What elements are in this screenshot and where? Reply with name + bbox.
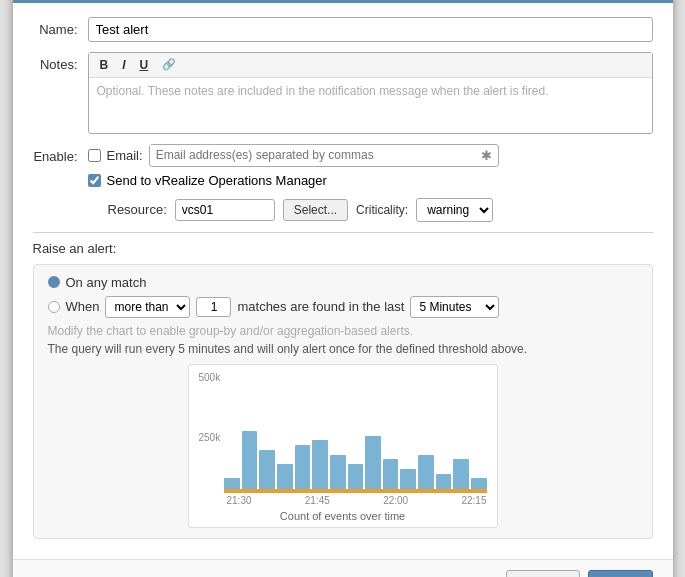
name-label: Name: xyxy=(33,17,88,37)
chart-bar-5 xyxy=(312,440,328,492)
chart-area: 500k 250k xyxy=(199,373,487,493)
on-any-match-label: On any match xyxy=(66,275,147,290)
orange-line xyxy=(224,489,486,493)
divider xyxy=(33,232,653,233)
when-radio[interactable] xyxy=(48,301,60,313)
criticality-label: Criticality: xyxy=(356,203,408,217)
new-alert-dialog: New Alert Name: Notes: B I U 🔗 Optiona xyxy=(13,0,673,577)
enable-label: Enable: xyxy=(33,144,88,164)
count-input[interactable] xyxy=(196,297,231,317)
raise-section: Raise an alert: On any match When more t… xyxy=(33,241,653,539)
email-input[interactable] xyxy=(150,145,475,165)
chart-bar-2 xyxy=(259,450,275,493)
chart-bar-4 xyxy=(295,445,311,493)
raise-box: On any match When more than less than ma… xyxy=(33,264,653,539)
chart-bar-13 xyxy=(453,459,469,492)
cancel-button[interactable]: Cancel xyxy=(506,570,580,578)
resource-input[interactable] xyxy=(175,199,275,221)
select-button[interactable]: Select... xyxy=(283,199,348,221)
chart-bar-8 xyxy=(365,436,381,493)
notes-toolbar: B I U 🔗 xyxy=(89,53,652,78)
x-label-4: 22:15 xyxy=(461,495,486,506)
time-select[interactable]: 5 Minutes 1 Minute 15 Minutes 30 Minutes… xyxy=(410,296,499,318)
on-any-match-radio[interactable] xyxy=(48,276,60,288)
x-label-3: 22:00 xyxy=(383,495,408,506)
save-button[interactable]: Save xyxy=(588,570,652,578)
x-label-1: 21:30 xyxy=(227,495,252,506)
vrops-checkbox[interactable] xyxy=(88,174,101,187)
query-note: The query will run every 5 minutes and w… xyxy=(48,342,638,356)
italic-button[interactable]: I xyxy=(117,56,130,74)
chart-bar-6 xyxy=(330,455,346,493)
more-than-select[interactable]: more than less than xyxy=(105,296,190,318)
email-asterisk: ✱ xyxy=(475,145,498,166)
chart-bar-11 xyxy=(418,455,434,493)
resource-label: Resource: xyxy=(108,202,167,217)
chart-bar-9 xyxy=(383,459,399,492)
link-button[interactable]: 🔗 xyxy=(157,56,181,73)
criticality-select[interactable]: warning error info xyxy=(416,198,493,222)
modify-chart-text: Modify the chart to enable group-by and/… xyxy=(48,324,638,338)
on-any-match-row: On any match xyxy=(48,275,638,290)
matches-label: matches are found in the last xyxy=(237,299,404,314)
when-row: When more than less than matches are fou… xyxy=(48,296,638,318)
when-label: When xyxy=(66,299,100,314)
email-checkbox[interactable] xyxy=(88,149,101,162)
chart-caption: Count of events over time xyxy=(199,510,487,522)
y-label-500k: 500k xyxy=(199,373,221,383)
chart-bar-1 xyxy=(242,431,258,493)
bold-button[interactable]: B xyxy=(95,56,114,74)
email-label: Email: xyxy=(107,148,143,163)
x-label-2: 21:45 xyxy=(305,495,330,506)
y-axis: 500k 250k xyxy=(199,373,221,493)
raise-section-title: Raise an alert: xyxy=(33,241,653,256)
y-label-250k: 250k xyxy=(199,433,221,443)
dialog-footer: Cancel Save xyxy=(13,559,673,578)
chart-container: 500k 250k 21:30 21:45 22:00 22:1 xyxy=(188,364,498,528)
x-axis: 21:30 21:45 22:00 22:15 xyxy=(199,495,487,506)
notes-label: Notes: xyxy=(33,52,88,72)
notes-editor: B I U 🔗 Optional. These notes are includ… xyxy=(88,52,653,134)
email-input-wrap: ✱ xyxy=(149,144,499,167)
name-input[interactable] xyxy=(88,17,653,42)
bars-wrap xyxy=(224,373,486,493)
vrops-label: Send to vRealize Operations Manager xyxy=(107,173,327,188)
underline-button[interactable]: U xyxy=(135,56,154,74)
notes-placeholder[interactable]: Optional. These notes are included in th… xyxy=(89,78,652,133)
